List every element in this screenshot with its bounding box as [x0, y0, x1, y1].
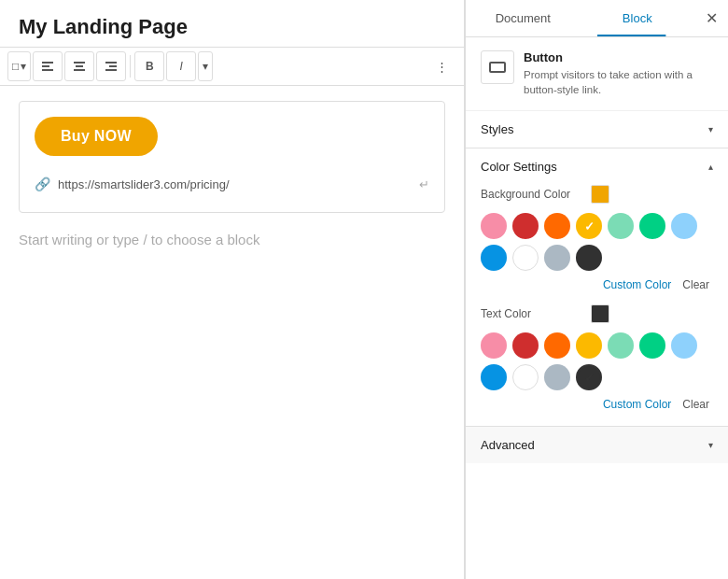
- swatch-pink-bg[interactable]: [481, 213, 507, 239]
- bg-color-preview[interactable]: [591, 185, 609, 204]
- svg-rect-1: [42, 65, 49, 67]
- swatch-orange-bg[interactable]: [544, 213, 570, 239]
- swatch-yellow-text[interactable]: [576, 332, 602, 359]
- align-right-button[interactable]: [96, 51, 126, 81]
- swatch-green-light-text[interactable]: [608, 332, 634, 359]
- link-block: 🔗 https://smartslider3.com/pricing/ ↵: [35, 171, 429, 197]
- svg-rect-2: [42, 69, 53, 71]
- color-settings-section: Color Settings ▴ Background Color: [466, 148, 728, 427]
- text-color-preview[interactable]: [591, 304, 609, 323]
- styles-header[interactable]: Styles ▾: [466, 111, 728, 148]
- styles-section: Styles ▾: [466, 111, 728, 148]
- close-button[interactable]: ✕: [694, 2, 728, 35]
- swatch-gray-bg[interactable]: [544, 245, 570, 271]
- bg-color-row: Background Color: [481, 185, 713, 204]
- enter-icon: ↵: [419, 177, 429, 191]
- block-toolbar: □ ▾ B I ▾ ⋮: [0, 47, 464, 86]
- link-icon: 🔗: [35, 177, 50, 191]
- editor-panel: My Landing Page □ ▾ B I ▾ ⋮ Buy NOW: [0, 0, 465, 579]
- toolbar-divider: [130, 55, 131, 78]
- swatch-blue-light-bg[interactable]: [671, 213, 697, 239]
- swatch-blue-bg[interactable]: [481, 245, 507, 271]
- align-center-button[interactable]: [64, 51, 94, 81]
- swatch-red-text[interactable]: [512, 332, 539, 359]
- svg-rect-5: [74, 69, 85, 71]
- text-options-dropdown[interactable]: ▾: [198, 51, 213, 81]
- more-options-button[interactable]: ⋮: [427, 51, 456, 81]
- swatch-gray-text[interactable]: [544, 364, 570, 390]
- svg-rect-6: [105, 62, 117, 64]
- svg-rect-4: [76, 65, 83, 67]
- text-clear-button[interactable]: Clear: [679, 396, 713, 413]
- block-description: Prompt visitors to take action with a bu…: [524, 67, 713, 97]
- advanced-chevron: ▾: [708, 440, 713, 450]
- swatch-blue-text[interactable]: [481, 364, 507, 390]
- dropdown-arrow-icon: ▾: [203, 60, 208, 73]
- swatch-orange-text[interactable]: [544, 332, 570, 359]
- bold-button[interactable]: B: [134, 51, 164, 81]
- text-color-actions: Custom Color Clear: [481, 396, 713, 413]
- text-color-swatches: [481, 332, 713, 390]
- text-color-row: Text Color: [481, 304, 713, 323]
- placeholder-text[interactable]: Start writing or type / to choose a bloc…: [19, 213, 445, 266]
- button-block: Buy NOW: [35, 117, 429, 156]
- swatch-pink-text[interactable]: [481, 332, 507, 359]
- block-info: Button Prompt visitors to take action wi…: [466, 37, 728, 111]
- block-type-icon: □: [12, 60, 19, 73]
- editor-content: Buy NOW 🔗 https://smartslider3.com/prici…: [0, 86, 464, 281]
- buy-now-button[interactable]: Buy NOW: [35, 117, 158, 156]
- sidebar-tabs: Document Block ✕: [466, 0, 728, 37]
- color-settings-title: Color Settings: [481, 160, 557, 174]
- styles-chevron: ▾: [708, 124, 713, 134]
- align-left-icon: [42, 62, 53, 71]
- swatch-yellow-bg[interactable]: [576, 213, 602, 239]
- italic-button[interactable]: I: [166, 51, 196, 81]
- page-title: My Landing Page: [0, 0, 464, 47]
- swatch-white-text[interactable]: [512, 364, 539, 390]
- text-color-label: Text Color: [481, 307, 583, 320]
- tab-block[interactable]: Block: [581, 0, 695, 36]
- svg-rect-0: [42, 62, 53, 64]
- advanced-section[interactable]: Advanced ▾: [466, 427, 728, 463]
- color-settings-header[interactable]: Color Settings ▴: [466, 148, 728, 185]
- swatch-white-bg[interactable]: [512, 245, 539, 271]
- styles-title: Styles: [481, 122, 513, 136]
- bg-custom-color-link[interactable]: Custom Color: [603, 278, 671, 291]
- tab-document[interactable]: Document: [466, 0, 581, 36]
- block-type-selector[interactable]: □ ▾: [7, 51, 31, 81]
- swatch-green-bg[interactable]: [639, 213, 665, 239]
- dropdown-arrow: ▾: [21, 60, 26, 73]
- align-center-icon: [74, 62, 85, 71]
- button-block-icon: [489, 62, 506, 73]
- svg-rect-8: [105, 69, 117, 71]
- block-details: Button Prompt visitors to take action wi…: [524, 50, 713, 97]
- align-right-icon: [105, 62, 117, 71]
- bg-color-swatches: [481, 213, 713, 271]
- link-url: https://smartslider3.com/pricing/: [58, 177, 230, 191]
- bg-clear-button[interactable]: Clear: [679, 276, 713, 293]
- swatch-red-bg[interactable]: [512, 213, 539, 239]
- block-icon-box: [481, 50, 514, 84]
- block-label: Button: [524, 50, 713, 64]
- bg-color-actions: Custom Color Clear: [481, 276, 713, 293]
- swatch-black-bg[interactable]: [576, 245, 602, 271]
- swatch-black-text[interactable]: [576, 364, 602, 390]
- swatch-green-text[interactable]: [639, 332, 665, 359]
- color-settings-chevron: ▴: [708, 162, 713, 172]
- text-custom-color-link[interactable]: Custom Color: [603, 398, 671, 411]
- color-settings-content: Background Color Custom Color Clear: [466, 185, 728, 426]
- svg-rect-3: [74, 62, 85, 64]
- advanced-title: Advanced: [481, 438, 535, 452]
- align-left-button[interactable]: [33, 51, 63, 81]
- sidebar-panel: Document Block ✕ Button Prompt visitors …: [465, 0, 728, 579]
- bg-color-label: Background Color: [481, 188, 583, 201]
- swatch-green-light-bg[interactable]: [608, 213, 634, 239]
- svg-rect-7: [109, 65, 117, 67]
- swatch-blue-light-text[interactable]: [671, 332, 697, 359]
